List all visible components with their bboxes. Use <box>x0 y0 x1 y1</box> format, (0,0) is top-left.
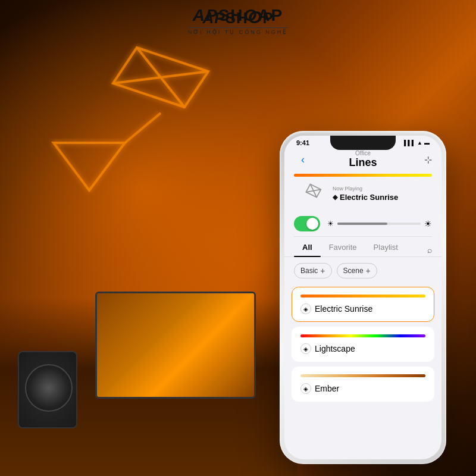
scene-drop-icon: ◈ <box>333 193 337 201</box>
header-center: Office Lines <box>312 150 414 169</box>
brightness-fill <box>337 223 387 225</box>
now-playing-label: Now Playing <box>333 186 432 192</box>
filter-basic[interactable]: Basic + <box>294 263 332 278</box>
scene-icon-ember: ◈ <box>300 383 311 394</box>
page-title: Lines <box>312 156 414 169</box>
wifi-icon: ▲ <box>417 140 422 146</box>
logo-ap-italic: AP <box>203 9 226 27</box>
scene-card-lightscape[interactable]: ◈ Lightscape <box>292 327 434 362</box>
scene-card-electric-sunrise[interactable]: ◈ Electric Sunrise <box>292 287 434 322</box>
scene-icon-electric: ◈ <box>300 303 311 314</box>
brightness-high-icon: ☀ <box>424 219 432 228</box>
logo-p-end: P <box>262 9 273 27</box>
speaker <box>18 351 77 428</box>
scene-card-ember[interactable]: ◈ Ember <box>292 367 434 402</box>
tab-playlist[interactable]: Playlist <box>365 243 406 256</box>
battery-icon: ▬ <box>424 140 430 146</box>
power-toggle[interactable] <box>294 216 320 231</box>
scene-label-electric: Electric Sunrise <box>315 304 372 314</box>
toggle-knob <box>306 218 318 230</box>
svg-line-4 <box>125 113 161 143</box>
wall-light-shapes <box>18 36 244 202</box>
apshop-logo-container: APSHOP NƠI HỘI TỤ CÔNG NGHỆ <box>188 7 288 35</box>
tabs-row: All Favorite Playlist ⌕ <box>284 237 441 257</box>
scene-bar-electric <box>300 295 425 298</box>
filter-basic-add[interactable]: + <box>320 266 325 275</box>
speaker-cone <box>25 364 73 412</box>
phone-notch <box>330 136 396 150</box>
now-playing-section: Now Playing ◈ Electric Sunrise <box>284 177 441 211</box>
scene-label-ember: Ember <box>315 384 339 393</box>
room-label: Office <box>312 150 414 156</box>
status-time: 9:41 <box>296 139 309 146</box>
power-toggle-row: ☀ ☀ <box>284 211 441 236</box>
scene-bar-ember <box>300 374 425 377</box>
brightness-low-icon: ☀ <box>327 220 334 228</box>
scene-bar-lightscape <box>300 334 425 337</box>
svg-line-2 <box>113 71 208 83</box>
filter-row: Basic + Scene + <box>284 257 441 284</box>
scene-name-lightscape: ◈ Lightscape <box>300 343 425 354</box>
back-button[interactable]: ‹ <box>294 154 312 166</box>
scene-name-electric: ◈ Electric Sunrise <box>300 303 425 314</box>
logo-o-big: O <box>248 7 262 27</box>
phone-screen: 9:41 ▌▌▌ ▲ ▬ ‹ Office Lines ⊹ <box>284 136 441 459</box>
monitor <box>95 292 256 399</box>
logo-shop-normal: SH <box>226 9 248 27</box>
tab-favorite[interactable]: Favorite <box>321 243 365 256</box>
scene-name-text: Electric Sunrise <box>340 193 398 202</box>
filter-scene-label: Scene <box>343 267 364 275</box>
settings-button[interactable]: ⊹ <box>414 154 432 165</box>
scene-name-ember: ◈ Ember <box>300 383 425 394</box>
scene-list: ◈ Electric Sunrise ◈ Lightscape <box>284 284 441 404</box>
lines-device-icon <box>294 181 327 205</box>
phone-body: 9:41 ▌▌▌ ▲ ▬ ‹ Office Lines ⊹ <box>280 131 446 464</box>
phone-mockup: 9:41 ▌▌▌ ▲ ▬ ‹ Office Lines ⊹ <box>280 131 446 464</box>
search-icon[interactable]: ⌕ <box>427 245 432 255</box>
scene-label-lightscape: Lightscape <box>315 344 355 353</box>
brightness-slider[interactable] <box>337 223 421 225</box>
device-icon <box>294 181 327 205</box>
status-icons: ▌▌▌ ▲ ▬ <box>404 140 430 146</box>
filter-scene[interactable]: Scene + <box>337 263 377 278</box>
monitor-screen <box>97 293 254 397</box>
now-playing-scene-name: ◈ Electric Sunrise <box>333 193 432 202</box>
svg-marker-3 <box>54 143 125 190</box>
now-playing-info: Now Playing ◈ Electric Sunrise <box>333 186 432 202</box>
tab-all[interactable]: All <box>294 243 321 256</box>
filter-basic-label: Basic <box>300 267 318 275</box>
logo-subtitle: NƠI HỘI TỤ CÔNG NGHỆ <box>188 27 288 35</box>
app-header: ‹ Office Lines ⊹ <box>284 148 441 174</box>
filter-scene-add[interactable]: + <box>366 266 371 275</box>
scene-icon-lightscape: ◈ <box>300 343 311 354</box>
apshop-logo-text: APSHOP <box>188 7 288 27</box>
signal-icon: ▌▌▌ <box>404 140 415 146</box>
